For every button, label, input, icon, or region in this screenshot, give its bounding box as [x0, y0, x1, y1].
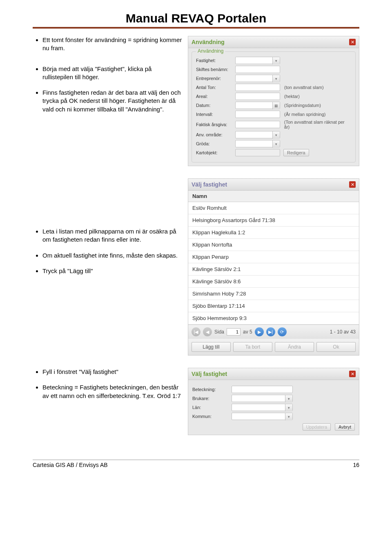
bullet-text: Leta i listan med pilknapparna om ni är … — [42, 227, 184, 244]
pager-label: Sida — [214, 329, 224, 335]
page-number-input[interactable] — [227, 328, 241, 336]
chevron-down-icon[interactable]: ▾ — [285, 395, 292, 402]
pager-of: av 5 — [243, 329, 252, 335]
form-row: Intervall:(År mellan spridning) — [196, 111, 351, 118]
edit-button[interactable]: Ändra — [275, 342, 314, 352]
close-icon[interactable]: ✕ — [349, 39, 356, 45]
calendar-icon[interactable]: ▦ — [272, 102, 280, 109]
bullet-text: Börja med att välja "Fastighet", klicka … — [42, 65, 184, 82]
bullet-text: Tryck på "Lägg till" — [42, 267, 184, 275]
field-label: Län: — [192, 405, 230, 410]
bullet-text: Om aktuell fastighet inte finns, måste d… — [42, 251, 184, 260]
list-item[interactable]: Simrishamn Hoby 7:28 — [188, 288, 359, 300]
update-button[interactable]: Uppdatera — [303, 423, 331, 431]
field-input[interactable] — [232, 386, 293, 393]
first-page-icon[interactable]: |◀ — [192, 327, 200, 336]
bullets-section-1: Ett tomt fönster för användning = spridn… — [33, 36, 184, 53]
bullets-section-4: Fyll i fönstret "Välj fastighet" Beteckn… — [33, 368, 184, 400]
field-input[interactable]: ▾ — [235, 140, 280, 147]
field-hint: (ton avvattnat slam) — [284, 85, 324, 90]
field-input[interactable]: ▾ — [235, 57, 280, 64]
last-page-icon[interactable]: ▶| — [266, 327, 275, 336]
field-label: Kartobjekt: — [196, 150, 234, 155]
list-item[interactable]: Klippan Norrtofta — [188, 239, 359, 251]
field-label: Areal: — [196, 94, 234, 99]
ok-button[interactable]: Ok — [316, 342, 356, 352]
next-page-icon[interactable]: ▶ — [255, 327, 264, 336]
field-label: Anv. område: — [196, 132, 234, 137]
column-header[interactable]: Namn — [188, 191, 359, 202]
close-icon[interactable]: ✕ — [349, 371, 356, 377]
list-item[interactable]: Helsingborg Assartorps Gård 71:38 — [188, 214, 359, 227]
list-item[interactable]: Sjöbo Hemmestorp 9:3 — [188, 312, 359, 325]
footer-left: Cartesia GIS AB / Envisys AB — [33, 462, 108, 468]
panel-title: Användning — [192, 39, 225, 45]
list-item[interactable]: Sjöbo Blentarp 17:114 — [188, 300, 359, 312]
usage-panel: Användning ✕ Användning Fastighet:▾Skift… — [188, 36, 359, 166]
list-item[interactable]: Kävlinge Särslöv 8:6 — [188, 276, 359, 288]
add-button[interactable]: Lägg till — [192, 342, 231, 352]
title-rule — [33, 27, 359, 29]
field-input[interactable]: ▾ — [235, 75, 280, 82]
cancel-button[interactable]: Avbryt — [335, 423, 355, 431]
form-row: Areal:(hektar) — [196, 93, 351, 100]
prev-page-icon[interactable]: ◀ — [203, 327, 212, 336]
fieldset-legend: Användning — [196, 48, 225, 54]
field-input[interactable]: ▾ — [232, 395, 293, 402]
field-input[interactable]: ▾ — [235, 131, 280, 138]
field-hint: (Ton avvattnat slam räknat per år) — [284, 120, 351, 129]
form-row: Skiftes benämn: — [196, 66, 351, 73]
bullet-text: Fyll i fönstret "Välj fastighet" — [42, 368, 184, 376]
panel-title: Välj fastighet — [192, 371, 227, 377]
form-row: Kommun:▾ — [192, 413, 355, 420]
list-item[interactable]: Eslöv Romhult — [188, 202, 359, 214]
form-row: Datum:▦(Spridningsdatum) — [196, 102, 351, 109]
bullet-text: Ett tomt fönster för användning = spridn… — [42, 36, 184, 53]
field-label: Faktisk årsgiva: — [196, 122, 234, 127]
form-row: Brukare:▾ — [192, 395, 355, 402]
list-item[interactable]: Kävlinge Särslöv 2:1 — [188, 263, 359, 276]
chevron-down-icon[interactable]: ▾ — [272, 131, 280, 139]
field-hint: (hektar) — [284, 94, 300, 99]
chevron-down-icon[interactable]: ▾ — [272, 57, 280, 64]
field-hint: (Spridningsdatum) — [284, 103, 321, 108]
form-row: Beteckning: — [192, 386, 355, 393]
list-item[interactable]: Klippan Penarp — [188, 251, 359, 263]
panel-title: Välj fastighet — [192, 181, 227, 188]
bullet-text: Finns fastigheten redan är det bara att … — [42, 89, 184, 113]
edit-map-button[interactable]: Redigera — [283, 149, 309, 156]
bullets-section-2: Börja med att välja "Fastighet", klicka … — [33, 65, 184, 113]
field-input[interactable] — [235, 111, 280, 118]
pager: |◀ ◀ Sida av 5 ▶ ▶| ⟳ 1 - 10 av 43 — [188, 325, 359, 339]
field-input[interactable] — [235, 121, 280, 128]
select-property-panel: Välj fastighet ✕ Namn Eslöv RomhultHelsi… — [188, 178, 359, 356]
list-item[interactable]: Klippan Haglekulla 1:2 — [188, 227, 359, 239]
chevron-down-icon[interactable]: ▾ — [285, 413, 292, 420]
close-icon[interactable]: ✕ — [349, 181, 356, 188]
field-label: Skiftes benämn: — [196, 67, 234, 72]
field-label: Entreprenör: — [196, 76, 234, 81]
form-row: Anv. område:▾ — [196, 131, 351, 138]
field-input[interactable] — [235, 66, 280, 73]
field-input[interactable] — [235, 84, 280, 91]
chevron-down-icon[interactable]: ▾ — [272, 140, 280, 148]
form-row: Län:▾ — [192, 404, 355, 411]
form-row: Faktisk årsgiva:(Ton avvattnat slam räkn… — [196, 120, 351, 129]
field-label: Brukare: — [192, 396, 230, 401]
field-label: Antal Ton: — [196, 85, 234, 90]
field-label: Intervall: — [196, 112, 234, 117]
field-input[interactable]: ▾ — [232, 404, 293, 411]
remove-button[interactable]: Ta bort — [233, 342, 272, 352]
form-row: Fastighet:▾ — [196, 57, 351, 64]
pager-range: 1 - 10 av 43 — [330, 329, 356, 335]
form-row: Antal Ton:(ton avvattnat slam) — [196, 84, 351, 91]
footer-pagenum: 16 — [353, 462, 359, 468]
field-input[interactable]: ▾ — [232, 413, 293, 420]
field-hint: (År mellan spridning) — [284, 112, 325, 117]
field-input[interactable]: ▦ — [235, 102, 280, 109]
field-label: Gröda: — [196, 141, 234, 146]
chevron-down-icon[interactable]: ▾ — [272, 75, 280, 82]
refresh-icon[interactable]: ⟳ — [278, 327, 287, 336]
chevron-down-icon[interactable]: ▾ — [285, 404, 292, 411]
field-input[interactable] — [235, 93, 280, 100]
